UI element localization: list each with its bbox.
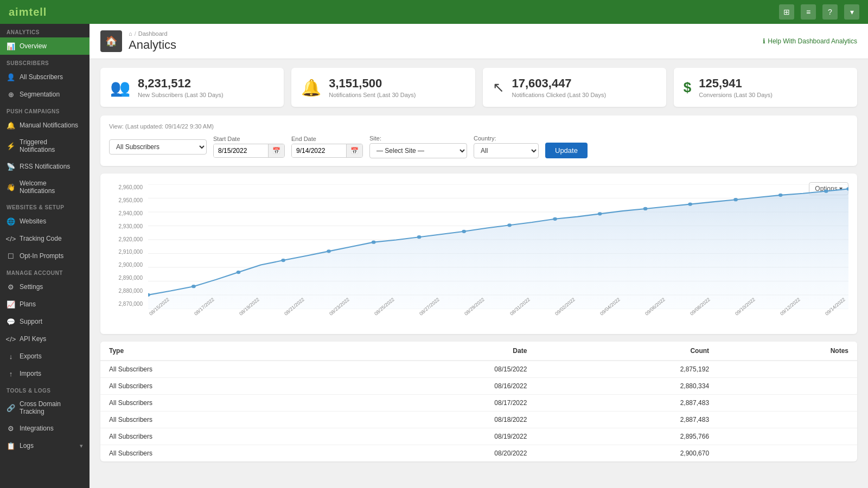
table-body: All Subscribers 08/15/2022 2,875,192 All… bbox=[100, 361, 857, 461]
cell-type: All Subscribers bbox=[100, 378, 339, 395]
sidebar-item-cross-domain[interactable]: 🔗 Cross Domain Tracking bbox=[0, 396, 90, 420]
exports-icon: ↓ bbox=[7, 352, 15, 361]
y-label-6: 2,900,000 bbox=[109, 262, 147, 268]
sidebar-item-api-keys[interactable]: </> API Keys bbox=[0, 330, 90, 348]
sidebar-item-logs[interactable]: 📋 Logs ▾ bbox=[0, 437, 90, 454]
y-label-0: 2,960,000 bbox=[109, 184, 147, 190]
sidebar-item-imports[interactable]: ↑ Imports bbox=[0, 365, 90, 382]
end-date-input[interactable] bbox=[292, 144, 346, 157]
chart-svg bbox=[148, 184, 848, 309]
filter-view-label: View: (Last updated: 09/14/22 9:30 AM) bbox=[109, 123, 848, 130]
sidebar-item-websites[interactable]: 🌐 Websites bbox=[0, 213, 90, 230]
stat-content: 17,603,447 Notifications Clicked (Last 3… bbox=[512, 76, 607, 98]
chart-dot bbox=[327, 249, 331, 253]
page-header-titles: ⌂ / Dashboard Analytics bbox=[129, 30, 176, 52]
subscribers-stat-icon: 👥 bbox=[110, 78, 130, 97]
cell-date: 08/19/2022 bbox=[339, 428, 535, 445]
imports-icon: ↑ bbox=[7, 369, 15, 378]
sidebar-item-tracking-code[interactable]: </> Tracking Code bbox=[0, 230, 90, 247]
start-date-input[interactable] bbox=[214, 144, 268, 157]
stat-card-notifications-clicked: ↖ 17,603,447 Notifications Clicked (Last… bbox=[483, 68, 666, 107]
sidebar-item-triggered-notifications[interactable]: ⚡ Triggered Notifications bbox=[0, 134, 90, 158]
sidebar-item-label: All Subscribers bbox=[20, 73, 63, 81]
cell-notes bbox=[718, 445, 857, 462]
sidebar-item-welcome-notifications[interactable]: 👋 Welcome Notifications bbox=[0, 175, 90, 199]
sidebar-item-support[interactable]: 💬 Support bbox=[0, 313, 90, 330]
sidebar-item-manual-notifications[interactable]: 🔔 Manual Notifications bbox=[0, 117, 90, 134]
logs-chevron-icon: ▾ bbox=[80, 442, 83, 450]
country-filter-group: Country: All bbox=[474, 135, 539, 158]
site-select[interactable]: — Select Site — bbox=[369, 143, 467, 158]
help-link[interactable]: ℹ Help With Dashboard Analytics bbox=[763, 37, 857, 45]
sidebar-item-segmentation[interactable]: ⊕ Segmentation bbox=[0, 86, 90, 103]
nav-dropdown-icon[interactable]: ▾ bbox=[844, 4, 859, 20]
cell-count: 2,895,766 bbox=[535, 428, 718, 445]
top-nav: aimtell ⊞ ≡ ? ▾ bbox=[0, 0, 868, 24]
cross-domain-icon: 🔗 bbox=[7, 403, 15, 412]
opt-in-icon: ☐ bbox=[7, 252, 15, 260]
y-label-8: 2,880,000 bbox=[109, 288, 147, 294]
cell-date: 08/17/2022 bbox=[339, 395, 535, 412]
manual-notifications-icon: 🔔 bbox=[7, 121, 15, 130]
sidebar-item-settings[interactable]: ⚙ Settings bbox=[0, 278, 90, 296]
stat-value: 3,151,500 bbox=[329, 76, 416, 91]
sidebar-item-opt-in-prompts[interactable]: ☐ Opt-In Prompts bbox=[0, 247, 90, 265]
country-select[interactable]: All bbox=[474, 143, 539, 158]
end-date-filter-group: End Date 📅 bbox=[291, 136, 363, 158]
table-row: All Subscribers 08/19/2022 2,895,766 bbox=[100, 428, 857, 445]
end-date-calendar-icon[interactable]: 📅 bbox=[346, 144, 362, 157]
sidebar-item-label: Plans bbox=[20, 300, 36, 308]
col-count: Count bbox=[535, 342, 718, 361]
filter-row: All Subscribers Start Date 📅 End Date 📅 bbox=[109, 135, 848, 158]
home-icon-box[interactable]: 🏠 bbox=[100, 30, 122, 52]
breadcrumb-home: ⌂ bbox=[129, 30, 132, 37]
stat-card-conversions: $ 125,941 Conversions (Last 30 Days) bbox=[674, 68, 857, 107]
analytics-section-label: ANALYTICS bbox=[0, 24, 90, 37]
sidebar-item-integrations[interactable]: ⚙ Integrations bbox=[0, 420, 90, 437]
sidebar-item-plans[interactable]: 📈 Plans bbox=[0, 296, 90, 313]
integrations-icon: ⚙ bbox=[7, 424, 15, 433]
all-subscribers-icon: 👤 bbox=[7, 73, 15, 81]
sidebar-item-overview[interactable]: 📊 Overview bbox=[0, 37, 90, 55]
stat-value: 17,603,447 bbox=[512, 76, 607, 91]
sidebar-item-label: RSS Notifications bbox=[20, 163, 70, 170]
websites-setup-section-label: WEBSITES & SETUP bbox=[0, 199, 90, 213]
chart-x-labels: 08/15/2022 08/17/2022 08/19/2022 08/21/2… bbox=[148, 310, 848, 325]
sidebar-item-all-subscribers[interactable]: 👤 All Subscribers bbox=[0, 68, 90, 86]
sidebar-item-label: Settings bbox=[20, 283, 43, 291]
chart-area-fill bbox=[148, 189, 848, 309]
view-filter-group: All Subscribers bbox=[109, 139, 207, 155]
table-row: All Subscribers 08/17/2022 2,887,483 bbox=[100, 395, 857, 412]
nav-help-icon[interactable]: ? bbox=[822, 4, 838, 20]
conversions-stat-icon: $ bbox=[684, 79, 691, 96]
stat-value: 125,941 bbox=[699, 76, 773, 91]
notifications-sent-stat-icon: 🔔 bbox=[301, 78, 321, 97]
sidebar-item-label: Segmentation bbox=[20, 91, 60, 98]
cell-date: 08/16/2022 bbox=[339, 378, 535, 395]
cell-count: 2,887,483 bbox=[535, 395, 718, 412]
cell-type: All Subscribers bbox=[100, 395, 339, 412]
nav-grid-icon[interactable]: ⊞ bbox=[779, 4, 794, 20]
view-select[interactable]: All Subscribers bbox=[109, 139, 207, 155]
start-date-input-wrap: 📅 bbox=[213, 144, 285, 158]
chart-dot bbox=[688, 202, 692, 206]
cell-type: All Subscribers bbox=[100, 428, 339, 445]
sidebar-item-rss-notifications[interactable]: 📡 RSS Notifications bbox=[0, 158, 90, 175]
cell-notes bbox=[718, 412, 857, 428]
chart-dot bbox=[462, 230, 466, 233]
nav-bar-icon[interactable]: ≡ bbox=[801, 4, 816, 20]
chart-dot bbox=[643, 207, 648, 210]
sidebar-item-label: Manual Notifications bbox=[20, 121, 78, 129]
y-label-9: 2,870,000 bbox=[109, 301, 147, 307]
cell-count: 2,887,483 bbox=[535, 412, 718, 428]
cell-date: 08/20/2022 bbox=[339, 445, 535, 462]
breadcrumb-dashboard: Dashboard bbox=[138, 30, 168, 37]
sidebar-item-label: Overview bbox=[20, 42, 47, 50]
y-label-5: 2,910,000 bbox=[109, 249, 147, 255]
chart-svg-wrap bbox=[148, 184, 848, 309]
stat-label: Notifications Clicked (Last 30 Days) bbox=[512, 92, 607, 98]
chart-dot bbox=[417, 235, 422, 239]
update-button[interactable]: Update bbox=[545, 143, 588, 158]
sidebar-item-exports[interactable]: ↓ Exports bbox=[0, 348, 90, 365]
start-date-calendar-icon[interactable]: 📅 bbox=[268, 144, 284, 157]
